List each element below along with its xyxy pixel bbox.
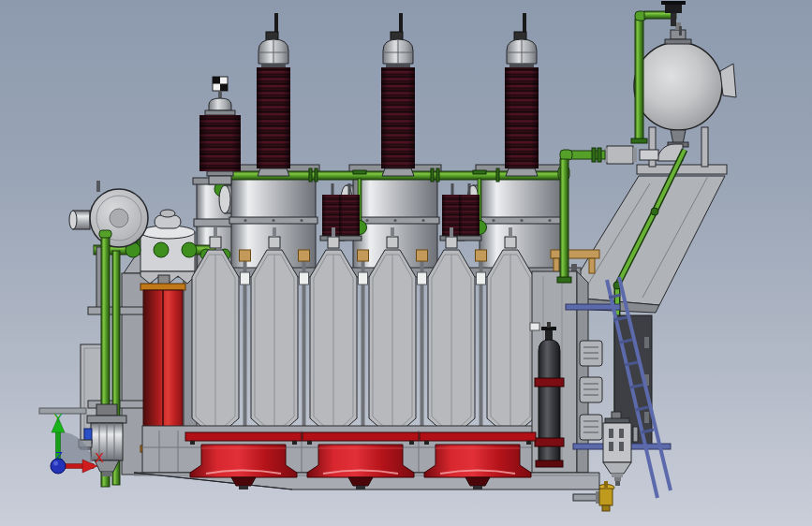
- axis-x-label: X: [95, 450, 104, 465]
- buchholz-relay: [607, 146, 633, 164]
- transformer-3d-model: Z Y X: [0, 0, 812, 526]
- radiator-bank: [192, 227, 534, 445]
- axis-y-label: Y: [53, 411, 63, 426]
- z-axis-origin: [51, 459, 66, 474]
- louver-box-2: [580, 377, 602, 402]
- louver-box-3: [580, 415, 602, 440]
- cylinder-clamp: [535, 438, 564, 446]
- sight-glass: [633, 427, 638, 442]
- fill-valve: [665, 4, 682, 13]
- rating-plate: [530, 323, 539, 330]
- cad-viewport[interactable]: Z Y X: [0, 0, 812, 526]
- cylinder-clamp: [535, 378, 564, 387]
- louver-box-1: [580, 341, 602, 366]
